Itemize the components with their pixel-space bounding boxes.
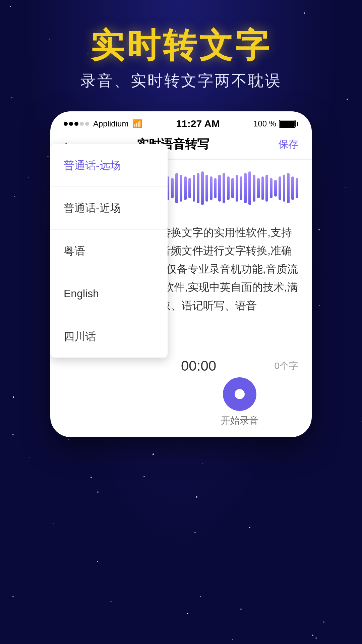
wave-bar-45 [257, 178, 260, 198]
wave-bar-29 [188, 178, 191, 198]
wave-bar-40 [236, 175, 238, 202]
star-74 [14, 196, 15, 197]
star-26 [11, 97, 12, 98]
start-recording-label: 开始录音 [168, 414, 312, 437]
star-55 [321, 278, 322, 278]
battery-percent: 100 % [253, 119, 276, 128]
star-71 [347, 99, 348, 100]
wave-bar-41 [240, 176, 242, 200]
star-79 [90, 477, 92, 478]
battery-bar [279, 120, 296, 128]
star-43 [202, 463, 203, 464]
bottom-controls: 00:00 0个字 [168, 351, 312, 377]
status-bar: Applidium 📶 11:27 AM 100 % [50, 111, 312, 133]
star-8 [53, 524, 54, 525]
save-button[interactable]: 保存 [278, 138, 298, 151]
star-2 [196, 496, 197, 498]
signal-dot-1 [64, 122, 68, 126]
star-18 [97, 491, 99, 493]
sub-title: 录音、实时转文字两不耽误 [0, 70, 362, 91]
carrier-label: Applidium [93, 119, 128, 128]
main-title: 实时转文字 [0, 27, 362, 64]
content-area: 录音转 文字 是一款支持实时录音转换文字的实用性软件,支持边录音一边转、上传音频… [50, 217, 312, 351]
wave-bar-28 [184, 176, 187, 200]
wave-bar-42 [244, 173, 247, 203]
battery-indicator [279, 120, 298, 128]
star-17 [187, 613, 188, 614]
star-61 [349, 157, 349, 158]
wave-bar-54 [296, 178, 298, 198]
signal-dot-5 [85, 122, 89, 126]
wave-bar-35 [214, 178, 217, 198]
wave-bar-43 [248, 171, 251, 205]
record-button-icon [235, 389, 245, 399]
wave-bar-34 [210, 176, 213, 200]
dropdown-item-1[interactable]: 普通话-近场 [50, 187, 168, 229]
wave-bar-36 [218, 175, 221, 202]
dropdown-item-0[interactable]: 普通话-远场 [50, 144, 168, 187]
wave-bar-49 [274, 180, 277, 197]
battery-fill [280, 121, 295, 127]
wave-bar-51 [283, 175, 286, 202]
wave-bar-44 [253, 175, 255, 202]
signal-dot-4 [80, 122, 84, 126]
star-40 [315, 637, 317, 639]
star-37 [29, 457, 29, 458]
star-34 [345, 187, 346, 188]
star-64 [110, 601, 111, 602]
wave-bar-32 [201, 171, 204, 205]
wave-bar-37 [223, 173, 225, 203]
dropdown-item-3[interactable]: English [50, 272, 168, 315]
wave-bar-38 [227, 176, 230, 200]
char-count: 0个字 [274, 360, 298, 372]
star-1 [68, 439, 69, 440]
wifi-icon: 📶 [132, 119, 142, 128]
star-25 [249, 527, 250, 528]
star-67 [361, 422, 362, 422]
battery-tip [297, 122, 298, 126]
timer-display: 00:00 [181, 358, 216, 374]
star-49 [97, 561, 98, 562]
dropdown-item-4[interactable]: 四川话 [50, 315, 168, 358]
star-24 [12, 596, 14, 597]
dropdown-menu[interactable]: 普通话-远场 普通话-近场 粤语 English 四川话 [50, 144, 168, 358]
signal-dots [64, 122, 89, 126]
wave-bar-39 [231, 178, 234, 198]
status-time: 11:27 AM [142, 118, 253, 129]
wave-bar-52 [287, 173, 290, 203]
phone-mockup: Applidium 📶 11:27 AM 100 % ‹ 实时语音转写 保存 [50, 111, 312, 437]
wave-bar-33 [205, 175, 208, 202]
wave-bar-46 [261, 176, 264, 200]
wave-bar-48 [270, 178, 273, 198]
star-65 [270, 551, 270, 551]
wave-bar-25 [171, 178, 174, 198]
star-14 [240, 608, 242, 610]
star-5 [153, 453, 154, 455]
star-76 [312, 635, 313, 636]
star-78 [265, 494, 265, 494]
star-69 [234, 109, 235, 109]
wave-bar-26 [175, 173, 178, 203]
wave-bar-31 [197, 173, 199, 203]
star-39 [319, 305, 320, 306]
wave-bar-50 [279, 176, 281, 200]
wave-bar-30 [193, 175, 195, 202]
signal-dot-2 [69, 122, 73, 126]
dropdown-item-2[interactable]: 粤语 [50, 230, 168, 272]
status-left: Applidium 📶 [64, 119, 142, 128]
star-72 [323, 621, 324, 623]
wave-bar-53 [291, 176, 294, 200]
status-right: 100 % [253, 119, 298, 128]
star-3 [194, 532, 195, 533]
star-59 [13, 396, 14, 398]
star-23 [47, 156, 49, 157]
record-button[interactable] [223, 377, 256, 411]
star-56 [28, 177, 28, 178]
record-btn-container [168, 377, 312, 414]
star-20 [12, 434, 14, 436]
star-30 [232, 639, 233, 640]
star-38 [143, 476, 144, 477]
wave-bar-27 [180, 175, 182, 202]
star-10 [200, 596, 201, 597]
star-11 [21, 602, 21, 602]
